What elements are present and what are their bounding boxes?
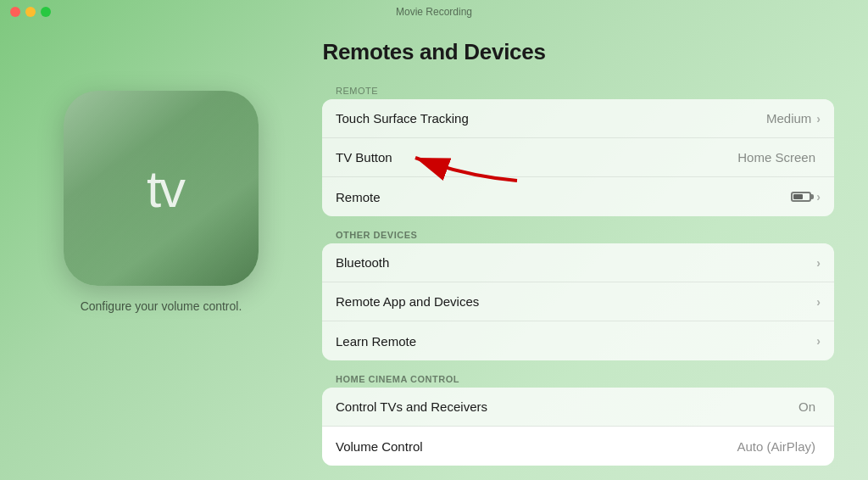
caption-text: Configure your volume control. — [81, 299, 242, 313]
remote-app-devices-item[interactable]: Remote App and Devices › — [322, 282, 834, 321]
home-cinema-label: HOME CINEMA CONTROL — [322, 367, 834, 388]
bluetooth-item[interactable]: Bluetooth › — [322, 243, 834, 282]
maximize-button[interactable] — [41, 7, 51, 17]
learn-remote-label: Learn Remote — [336, 334, 816, 349]
other-devices-list: Bluetooth › Remote App and Devices › Lea… — [322, 243, 834, 360]
volume-control-label: Volume Control — [336, 439, 737, 454]
remote-chevron-icon: › — [816, 190, 821, 204]
remote-label: Remote — [336, 190, 791, 204]
touch-surface-tracking-label: Touch Surface Tracking — [336, 111, 766, 126]
appletv-logo: tv — [138, 159, 184, 219]
battery-icon — [791, 192, 811, 202]
right-panel: REMOTE Touch Surface Tracking Medium › T… — [322, 82, 834, 472]
remote-section: REMOTE Touch Surface Tracking Medium › T… — [322, 82, 834, 216]
other-devices-section: OTHER DEVICES Bluetooth › Remote App and… — [322, 223, 834, 360]
tv-button-label: TV Button — [336, 150, 737, 165]
remote-app-chevron-icon: › — [816, 295, 821, 309]
tv-button-value: Home Screen — [737, 150, 815, 165]
control-tvs-label: Control TVs and Receivers — [336, 399, 798, 414]
touch-surface-tracking-value: Medium — [766, 111, 811, 126]
other-devices-label: OTHER DEVICES — [322, 223, 834, 243]
minimize-button[interactable] — [25, 7, 36, 17]
remote-app-devices-label: Remote App and Devices — [336, 294, 816, 309]
content-area: tv Configure your volume control. REMOTE… — [0, 82, 868, 472]
volume-control-item[interactable]: Volume Control Auto (AirPlay) — [322, 427, 834, 466]
remote-section-label: REMOTE — [322, 82, 834, 99]
chevron-icon: › — [816, 112, 821, 126]
window-title: Movie Recording — [396, 6, 472, 18]
tv-text: tv — [147, 159, 184, 219]
left-panel: tv Configure your volume control. — [34, 91, 288, 313]
tv-button-item[interactable]: TV Button Home Screen — [322, 138, 834, 177]
page-title: Remotes and Devices — [322, 39, 545, 65]
bluetooth-chevron-icon: › — [816, 256, 821, 270]
traffic-lights — [10, 7, 51, 17]
appletv-illustration: tv — [64, 91, 259, 286]
remote-item[interactable]: Remote › — [322, 177, 834, 216]
bluetooth-label: Bluetooth — [336, 255, 816, 270]
home-cinema-list: Control TVs and Receivers On Volume Cont… — [322, 388, 834, 466]
control-tvs-item[interactable]: Control TVs and Receivers On — [322, 388, 834, 427]
remote-settings-list: Touch Surface Tracking Medium › TV Butto… — [322, 99, 834, 216]
learn-remote-item[interactable]: Learn Remote › — [322, 321, 834, 360]
control-tvs-value: On — [798, 399, 815, 414]
learn-remote-chevron-icon: › — [816, 334, 821, 348]
touch-surface-tracking-item[interactable]: Touch Surface Tracking Medium › — [322, 99, 834, 138]
volume-control-value: Auto (AirPlay) — [737, 439, 815, 454]
main-content: Remotes and Devices tv Configure your vo… — [0, 24, 868, 480]
title-bar: Movie Recording — [0, 0, 868, 24]
close-button[interactable] — [10, 7, 20, 17]
home-cinema-section: HOME CINEMA CONTROL Control TVs and Rece… — [322, 367, 834, 466]
